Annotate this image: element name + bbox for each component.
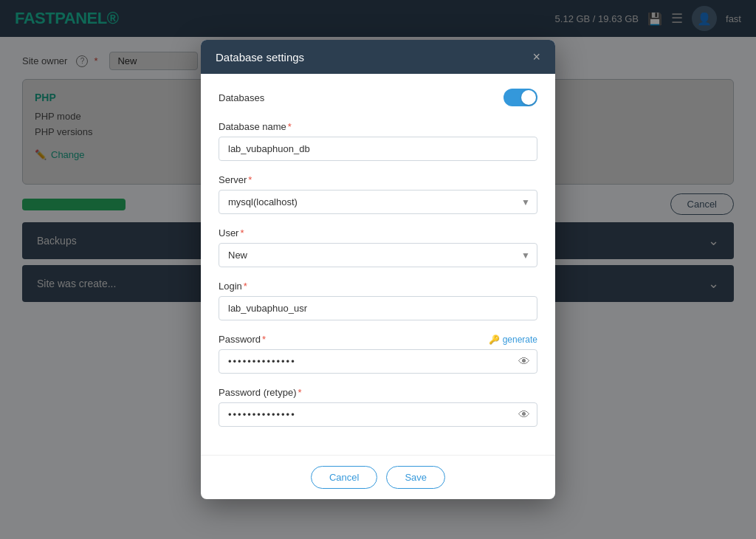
password-retype-input[interactable]: [219, 402, 537, 427]
required-star-login: *: [244, 281, 247, 292]
db-name-field-row: Database name*: [219, 121, 537, 161]
modal-overlay: Database settings × Databases Database n…: [0, 0, 756, 539]
user-field-row: User* New Existing ▼: [219, 227, 537, 267]
password-retype-label: Password (retype)*: [219, 387, 537, 398]
password-header: Password* 🔑 generate: [219, 334, 537, 345]
database-settings-modal: Database settings × Databases Database n…: [201, 40, 555, 499]
databases-toggle-row: Databases: [219, 89, 537, 106]
password-input[interactable]: [219, 349, 537, 374]
key-icon: 🔑: [489, 334, 500, 345]
required-star-password-retype: *: [298, 387, 301, 398]
required-star-password: *: [262, 334, 266, 345]
modal-close-button[interactable]: ×: [532, 50, 540, 63]
generate-link[interactable]: 🔑 generate: [489, 334, 537, 345]
db-name-input[interactable]: [219, 137, 537, 161]
databases-label: Databases: [219, 92, 264, 103]
required-star-server: *: [248, 174, 252, 185]
modal-cancel-button[interactable]: Cancel: [311, 466, 377, 489]
server-label: Server*: [219, 174, 537, 185]
db-name-label: Database name*: [219, 121, 537, 132]
password-field-row: Password* 🔑 generate 👁: [219, 334, 537, 374]
password-eye-icon[interactable]: 👁: [518, 355, 530, 368]
password-label: Password*: [219, 334, 266, 345]
login-field-row: Login*: [219, 281, 537, 320]
required-star-dbname: *: [288, 121, 292, 132]
modal-title: Database settings: [216, 51, 304, 63]
password-retype-field-row: Password (retype)* 👁: [219, 387, 537, 427]
server-select[interactable]: mysql(localhost) mysql(remote): [219, 190, 537, 214]
databases-toggle[interactable]: [504, 89, 537, 106]
user-label: User*: [219, 227, 537, 238]
user-select[interactable]: New Existing: [219, 243, 537, 267]
password-wrapper: 👁: [219, 349, 537, 374]
login-input[interactable]: [219, 296, 537, 320]
modal-header: Database settings ×: [201, 40, 555, 74]
modal-footer: Cancel Save: [201, 455, 555, 499]
modal-body: Databases Database name* Server*: [201, 74, 555, 455]
password-retype-wrapper: 👁: [219, 402, 537, 427]
server-select-wrapper: mysql(localhost) mysql(remote) ▼: [219, 190, 537, 214]
toggle-knob: [521, 90, 536, 105]
user-select-wrapper: New Existing ▼: [219, 243, 537, 267]
password-retype-eye-icon[interactable]: 👁: [518, 408, 530, 422]
required-star-user: *: [240, 227, 244, 238]
modal-save-button[interactable]: Save: [386, 466, 445, 489]
login-label: Login*: [219, 281, 537, 292]
server-field-row: Server* mysql(localhost) mysql(remote) ▼: [219, 174, 537, 214]
